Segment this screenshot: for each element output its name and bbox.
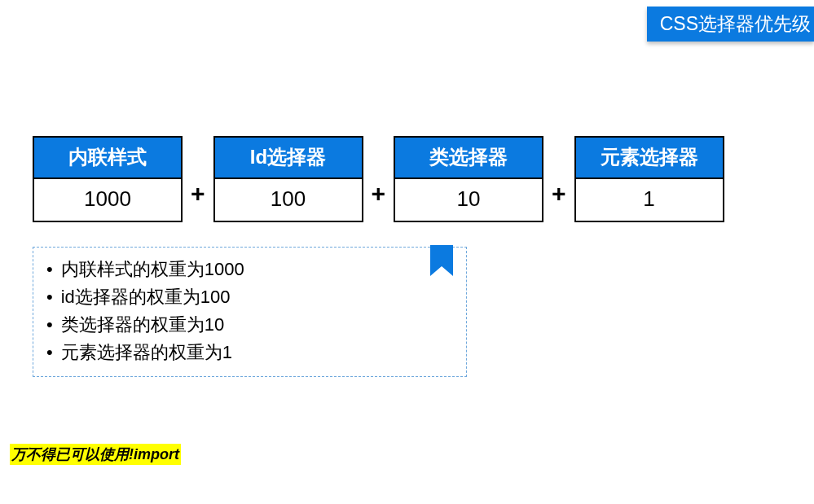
footnote-highlight: 万不得已可以使用!import bbox=[10, 444, 181, 465]
weight-label: Id选择器 bbox=[215, 138, 362, 179]
page-title: CSS选择器优先级 bbox=[660, 13, 811, 34]
weight-label: 内联样式 bbox=[34, 138, 181, 179]
weights-row: 内联样式 1000 + Id选择器 100 + 类选择器 10 + 元素选择器 … bbox=[33, 136, 724, 222]
notes-list: 内联样式的权重为1000 id选择器的权重为100 类选择器的权重为10 元素选… bbox=[46, 256, 453, 366]
weight-label: 类选择器 bbox=[395, 138, 542, 179]
list-item: 类选择器的权重为10 bbox=[46, 311, 453, 339]
weight-label: 元素选择器 bbox=[576, 138, 723, 179]
footnote-text: 万不得已可以使用!import bbox=[11, 446, 179, 462]
bookmark-icon bbox=[430, 245, 453, 276]
plus-sign: + bbox=[372, 180, 386, 208]
weight-value: 1 bbox=[576, 179, 723, 221]
weight-box-id: Id选择器 100 bbox=[213, 136, 363, 222]
weight-box-inline: 内联样式 1000 bbox=[33, 136, 183, 222]
weight-value: 10 bbox=[395, 179, 542, 221]
page-title-badge: CSS选择器优先级 bbox=[647, 7, 814, 42]
weight-value: 100 bbox=[215, 179, 362, 221]
weight-box-class: 类选择器 10 bbox=[394, 136, 543, 222]
weight-box-element: 元素选择器 1 bbox=[574, 136, 724, 222]
plus-sign: + bbox=[191, 180, 205, 208]
weight-value: 1000 bbox=[34, 179, 181, 221]
notes-box: 内联样式的权重为1000 id选择器的权重为100 类选择器的权重为10 元素选… bbox=[33, 247, 467, 377]
list-item: id选择器的权重为100 bbox=[46, 283, 453, 311]
list-item: 元素选择器的权重为1 bbox=[46, 339, 453, 366]
plus-sign: + bbox=[552, 180, 566, 208]
list-item: 内联样式的权重为1000 bbox=[46, 256, 453, 283]
